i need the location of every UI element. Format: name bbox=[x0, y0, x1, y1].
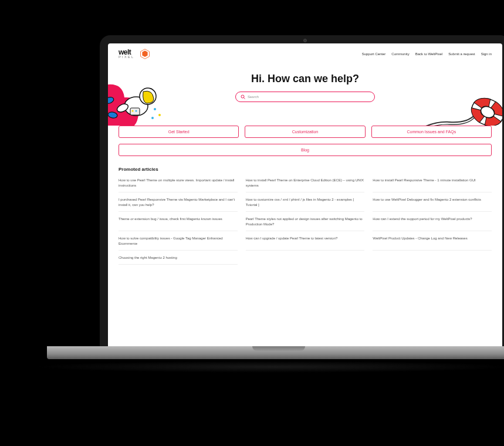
article-link[interactable]: How can I extend the support period for … bbox=[373, 217, 492, 231]
category-get-started[interactable]: Get Started bbox=[119, 126, 239, 138]
category-common-issues[interactable]: Common Issues and FAQs bbox=[371, 126, 492, 138]
article-link[interactable]: How to use Pearl Theme on multiple store… bbox=[119, 178, 238, 192]
article-link[interactable]: How to customize css / xml / phtml / js … bbox=[246, 197, 365, 212]
lifebuoy-illustration bbox=[417, 92, 502, 126]
promoted-heading: Promoted articles bbox=[119, 167, 492, 172]
promoted-section: Promoted articles How to use Pearl Theme… bbox=[108, 156, 502, 271]
logo-group[interactable]: welt PIXEL bbox=[119, 48, 151, 60]
article-grid: How to use Pearl Theme on multiple store… bbox=[119, 178, 492, 265]
svg-point-11 bbox=[154, 108, 156, 110]
category-customization[interactable]: Customization bbox=[245, 126, 365, 138]
article-link[interactable]: How to solve compatibility issues - Goog… bbox=[119, 236, 238, 251]
laptop-shadow bbox=[35, 361, 504, 373]
svg-point-9 bbox=[132, 110, 134, 112]
article-link[interactable]: How can I upgrade / update Pearl Theme t… bbox=[246, 236, 365, 251]
article-link[interactable]: WeltPixel Product Updates - Change Log a… bbox=[373, 236, 492, 251]
laptop-base bbox=[47, 346, 504, 359]
article-link[interactable]: How to install Pearl Responsive Theme - … bbox=[373, 178, 492, 192]
nav-community[interactable]: Community bbox=[391, 52, 409, 56]
topbar: welt PIXEL Support Center Community Back… bbox=[108, 43, 502, 62]
screen-content: welt PIXEL Support Center Community Back… bbox=[108, 43, 502, 346]
svg-marker-1 bbox=[142, 50, 147, 57]
search-wrap[interactable] bbox=[235, 92, 375, 102]
svg-point-13 bbox=[151, 117, 154, 119]
hero-title: Hi. How can we help? bbox=[108, 73, 502, 85]
search-icon bbox=[241, 94, 245, 99]
nav-support-center[interactable]: Support Center bbox=[362, 52, 386, 56]
svg-point-10 bbox=[136, 110, 137, 112]
article-link[interactable]: Pearl Theme styles not applied or design… bbox=[246, 217, 365, 231]
logo-welt: welt PIXEL bbox=[119, 49, 134, 58]
svg-point-12 bbox=[158, 114, 161, 116]
svg-line-17 bbox=[244, 98, 245, 99]
article-link[interactable]: How to install Pearl Theme on Enterprise… bbox=[246, 178, 365, 192]
article-link[interactable]: I purchased Pearl Responsive Theme via M… bbox=[119, 197, 238, 212]
search-input[interactable] bbox=[248, 95, 370, 99]
hero-section: Hi. How can we help? bbox=[108, 62, 502, 126]
nav-submit-request[interactable]: Submit a request bbox=[448, 52, 475, 56]
article-link[interactable]: How to use WeltPixel Debugger and fix Ma… bbox=[373, 197, 492, 212]
category-buttons: Get Started Customization Common Issues … bbox=[108, 126, 502, 156]
svg-point-16 bbox=[241, 95, 244, 98]
laptop-frame: welt PIXEL Support Center Community Back… bbox=[100, 35, 504, 346]
laptop-notch bbox=[252, 346, 305, 351]
magento-badge-icon bbox=[139, 48, 151, 60]
laptop-camera bbox=[303, 39, 307, 42]
category-blog[interactable]: Blog bbox=[119, 144, 492, 156]
article-link[interactable]: Choosing the right Magento 2 hosting bbox=[119, 255, 238, 265]
nav-back-to-weltpixel[interactable]: Back to WeltPixel bbox=[415, 52, 443, 56]
nav-sign-in[interactable]: Sign in bbox=[481, 52, 492, 56]
nav-links: Support Center Community Back to WeltPix… bbox=[362, 52, 492, 56]
logo-subtext: PIXEL bbox=[119, 56, 134, 59]
svg-rect-8 bbox=[130, 108, 140, 115]
article-link[interactable]: Theme or extension bug / issue, check fi… bbox=[119, 217, 238, 231]
astronaut-illustration bbox=[108, 74, 167, 126]
